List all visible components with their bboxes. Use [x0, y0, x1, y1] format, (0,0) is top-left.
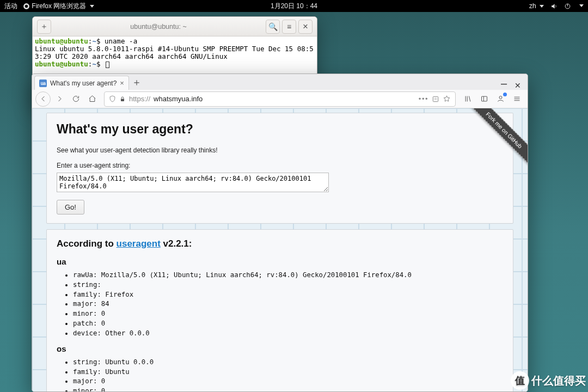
- volume-icon[interactable]: [550, 2, 558, 10]
- list-item: device: Other 0.0.0: [73, 329, 503, 339]
- header-card: What's my user agent? See what your user…: [46, 113, 513, 224]
- section-heading: According to useragent v2.2.1:: [57, 238, 503, 249]
- activities-button[interactable]: 活动: [4, 2, 17, 11]
- back-button[interactable]: [35, 91, 51, 107]
- os-heading: os: [57, 344, 503, 353]
- tab-whatsmyua[interactable]: ua What's my user agent? ×: [34, 76, 129, 90]
- terminal-newtab-button[interactable]: ＋: [37, 20, 51, 34]
- ua-input[interactable]: Mozilla/5.0 (X11; Ubuntu; Linux aarch64;…: [57, 173, 329, 192]
- hamburger-menu[interactable]: [509, 91, 524, 107]
- url-scheme: https://: [129, 95, 150, 103]
- svg-point-1: [25, 5, 28, 8]
- nav-toolbar: https://whatsmyua.info •••: [32, 90, 528, 108]
- svg-rect-8: [481, 96, 487, 101]
- terminal-menu-button[interactable]: ≡: [282, 20, 296, 34]
- reload-button[interactable]: [68, 91, 83, 107]
- watermark-icon: 值: [511, 371, 529, 390]
- list-item: string:: [73, 280, 503, 290]
- list-item: major: 0: [73, 377, 503, 387]
- tab-label: What's my user agent?: [50, 79, 117, 87]
- page-content: What's my user agent? See what your user…: [32, 108, 528, 391]
- page-title: What's my user agent?: [57, 122, 503, 137]
- terminal-output[interactable]: ubuntu@ubuntu:~$ uname -a Linux ubuntu 5…: [33, 36, 317, 69]
- tab-strip: ua What's my user agent? × ＋ – ✕: [32, 74, 528, 90]
- go-button[interactable]: Go!: [57, 200, 84, 215]
- sidebar-button[interactable]: [476, 91, 492, 107]
- url-domain: whatsmyua.info: [154, 95, 203, 103]
- lock-icon: [119, 96, 126, 102]
- terminal-cursor: [106, 62, 109, 68]
- list-item: rawUa: Mozilla/5.0 (X11; Ubuntu; Linux a…: [73, 271, 503, 280]
- favicon: ua: [39, 79, 47, 87]
- terminal-close-button[interactable]: ×: [298, 20, 313, 34]
- list-item: string: Ubuntu 0.0.0: [73, 358, 503, 367]
- list-item: family: Ubuntu: [73, 367, 503, 377]
- terminal-title: ubuntu@ubuntu: ~: [52, 23, 265, 30]
- chevron-down-icon: [579, 4, 584, 7]
- chevron-down-icon: [90, 5, 94, 8]
- input-source[interactable]: zh: [529, 2, 544, 10]
- useragent-link[interactable]: useragent: [117, 238, 161, 249]
- firefox-window: ua What's my user agent? × ＋ – ✕ https:/…: [32, 74, 528, 392]
- forward-button[interactable]: [52, 91, 67, 107]
- home-button[interactable]: [84, 91, 100, 107]
- list-item: family: Firefox: [73, 290, 503, 300]
- reader-icon[interactable]: [432, 95, 439, 103]
- ua-list: rawUa: Mozilla/5.0 (X11; Ubuntu; Linux a…: [73, 271, 503, 339]
- list-item: minor: 0: [73, 387, 503, 391]
- page-subtitle: See what your user-agent detection libra…: [57, 146, 503, 154]
- ua-heading: ua: [57, 257, 503, 266]
- terminal-titlebar[interactable]: ＋ ubuntu@ubuntu: ~ 🔍 ≡ ×: [33, 17, 317, 36]
- chevron-down-icon: [540, 5, 544, 8]
- app-menu-label: Firefox 网络浏览器: [32, 2, 86, 10]
- newtab-button[interactable]: ＋: [129, 74, 144, 90]
- window-minimize[interactable]: –: [495, 77, 512, 90]
- watermark-text: 什么值得买: [531, 373, 586, 388]
- list-item: major: 84: [73, 299, 503, 309]
- tab-close-icon[interactable]: ×: [120, 79, 124, 87]
- results-card: According to useragent v2.2.1: ua rawUa:…: [46, 229, 513, 391]
- os-list: string: Ubuntu 0.0.0family: Ubuntumajor:…: [73, 358, 503, 391]
- watermark: 值 什么值得买: [511, 371, 586, 390]
- svg-rect-5: [433, 96, 438, 101]
- bookmark-star-icon[interactable]: [443, 95, 451, 103]
- gnome-topbar: 活动 Firefox 网络浏览器 1月20日 10：44 zh: [0, 0, 588, 12]
- url-bar[interactable]: https://whatsmyua.info •••: [104, 91, 456, 107]
- clock[interactable]: 1月20日 10：44: [271, 2, 317, 11]
- app-menu[interactable]: Firefox 网络浏览器: [23, 2, 94, 11]
- firefox-icon: [23, 3, 30, 10]
- list-item: patch: 0: [73, 319, 503, 329]
- power-icon[interactable]: [564, 2, 571, 10]
- list-item: minor: 0: [73, 309, 503, 319]
- account-button[interactable]: [493, 91, 508, 107]
- window-close[interactable]: ✕: [512, 81, 528, 90]
- ua-input-label: Enter a user-agent string:: [57, 162, 503, 169]
- svg-rect-4: [121, 99, 124, 101]
- terminal-search-button[interactable]: 🔍: [266, 20, 280, 34]
- svg-point-10: [499, 96, 502, 99]
- library-button[interactable]: [460, 91, 475, 107]
- shield-icon: [109, 95, 116, 102]
- page-actions[interactable]: •••: [419, 95, 428, 103]
